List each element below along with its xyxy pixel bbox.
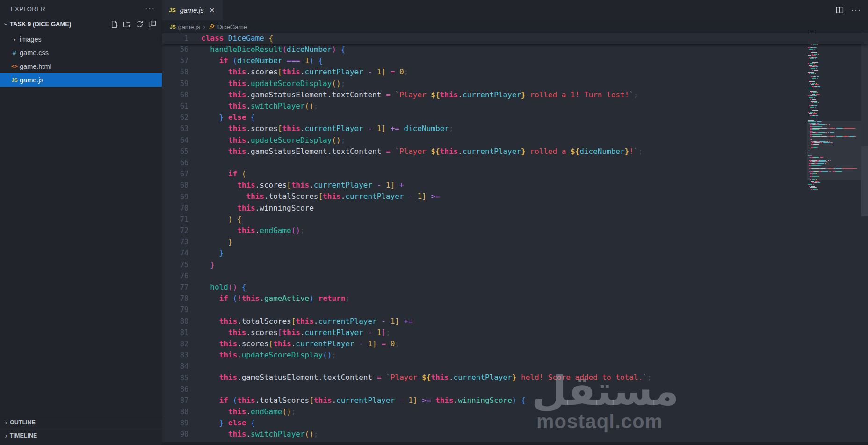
code-line[interactable]: 59 this.updateScoreDisplay(); bbox=[162, 78, 868, 89]
line-number[interactable]: 70 bbox=[162, 204, 188, 212]
line-number[interactable]: 77 bbox=[162, 283, 188, 292]
code-line[interactable]: 71 ) { bbox=[162, 214, 868, 225]
sidebar-item-game-css[interactable]: #game.css bbox=[0, 46, 162, 59]
code-line[interactable]: 70 this.winningScore bbox=[162, 203, 868, 214]
sidebar-item-outline[interactable]: › OUTLINE bbox=[0, 416, 162, 429]
line-number[interactable]: 56 bbox=[162, 45, 188, 54]
code-line[interactable]: 60 this.gameStatusElement.textContent = … bbox=[162, 89, 868, 101]
code-line[interactable]: 57 if (diceNumber === 1) { bbox=[162, 55, 868, 66]
minimap-viewport[interactable] bbox=[807, 121, 861, 180]
line-number[interactable]: 68 bbox=[162, 181, 188, 190]
line-number[interactable]: 85 bbox=[162, 374, 188, 382]
code-text: } bbox=[201, 259, 215, 270]
code-line[interactable]: 68 this.scores[this.currentPlayer - 1] + bbox=[162, 180, 868, 191]
line-number[interactable]: 83 bbox=[162, 351, 188, 359]
line-number[interactable]: 82 bbox=[162, 340, 188, 348]
line-number[interactable]: 75 bbox=[162, 261, 188, 269]
line-number[interactable]: 71 bbox=[162, 215, 188, 224]
code-line[interactable]: 88 this.endGame(); bbox=[162, 406, 868, 417]
line-number[interactable]: 87 bbox=[162, 396, 188, 405]
code-line[interactable]: 65 this.gameStatusElement.textContent = … bbox=[162, 146, 868, 157]
breadcrumb-symbol[interactable]: DiceGame bbox=[208, 23, 247, 30]
code-line[interactable]: 74 } bbox=[162, 248, 868, 259]
line-number[interactable]: 1 bbox=[162, 34, 188, 43]
code-line[interactable]: 77 hold() { bbox=[162, 282, 868, 293]
line-number[interactable]: 67 bbox=[162, 170, 188, 178]
line-number[interactable]: 89 bbox=[162, 419, 188, 427]
line-number[interactable]: 65 bbox=[162, 147, 188, 156]
code-line[interactable]: 80 this.totalScores[this.currentPlayer -… bbox=[162, 316, 868, 327]
code-line[interactable]: 90 this.switchPlayer(); bbox=[162, 429, 868, 440]
line-number[interactable]: 79 bbox=[162, 306, 188, 314]
js-icon: JS bbox=[170, 24, 176, 29]
code-line[interactable]: 86 bbox=[162, 384, 868, 395]
code-line[interactable]: 87 if (this.totalScores[this.currentPlay… bbox=[162, 395, 868, 406]
code-text: this.switchPlayer(); bbox=[201, 101, 318, 112]
code-line[interactable]: 75 } bbox=[162, 259, 868, 270]
line-number[interactable]: 58 bbox=[162, 68, 188, 76]
code-line[interactable]: 58 this.scores[this.currentPlayer - 1] =… bbox=[162, 66, 868, 78]
line-number[interactable]: 63 bbox=[162, 124, 188, 133]
code-line[interactable]: 83 this.updateScoreDisplay(); bbox=[162, 350, 868, 361]
code-text: this.gameStatusElement.textContent = `Pl… bbox=[201, 89, 638, 101]
code-line[interactable]: 78 if (!this.gameActive) return; bbox=[162, 293, 868, 304]
new-folder-icon[interactable] bbox=[123, 20, 131, 28]
code-line[interactable]: 76 bbox=[162, 270, 868, 282]
line-number[interactable]: 78 bbox=[162, 294, 188, 303]
line-number[interactable]: 61 bbox=[162, 102, 188, 110]
line-number[interactable]: 62 bbox=[162, 113, 188, 122]
refresh-icon[interactable] bbox=[136, 20, 144, 28]
line-number[interactable]: 74 bbox=[162, 249, 188, 257]
line-number[interactable]: 84 bbox=[162, 362, 188, 371]
line-number[interactable]: 59 bbox=[162, 80, 188, 88]
code-line[interactable]: 69 this.totalScores[this.currentPlayer -… bbox=[162, 191, 868, 202]
scrollbar-slider[interactable] bbox=[861, 146, 868, 216]
code-line[interactable]: 1class DiceGame { bbox=[162, 33, 868, 44]
ellipsis-icon[interactable]: ··· bbox=[145, 5, 155, 13]
line-number[interactable]: 69 bbox=[162, 193, 188, 201]
code-line[interactable]: 84 bbox=[162, 361, 868, 372]
code-line[interactable]: 79 bbox=[162, 304, 868, 315]
code-line[interactable]: 67 if ( bbox=[162, 168, 868, 180]
code-line[interactable]: 82 this.scores[this.currentPlayer - 1] =… bbox=[162, 338, 868, 350]
line-number[interactable]: 57 bbox=[162, 57, 188, 65]
line-number[interactable]: 80 bbox=[162, 317, 188, 326]
collapse-all-icon[interactable] bbox=[148, 20, 156, 28]
code-line[interactable]: 85 this.gameStatusElement.textContent = … bbox=[162, 372, 868, 383]
line-number[interactable]: 86 bbox=[162, 385, 188, 394]
line-number[interactable]: 88 bbox=[162, 408, 188, 416]
new-file-icon[interactable] bbox=[110, 20, 118, 28]
code-line[interactable]: 73 } bbox=[162, 236, 868, 248]
code-area[interactable]: 56 handleDiceResult(diceNumber) {57 if (… bbox=[162, 44, 868, 445]
code-line[interactable]: 56 handleDiceResult(diceNumber) { bbox=[162, 44, 868, 55]
line-number[interactable]: 73 bbox=[162, 238, 188, 246]
minimap[interactable] bbox=[807, 0, 858, 445]
scrollbar-track[interactable] bbox=[861, 33, 868, 146]
code-text: this.totalScores[this.currentPlayer - 1]… bbox=[201, 316, 413, 327]
sidebar-item-timeline[interactable]: › TIMELINE bbox=[0, 429, 162, 442]
code-line[interactable]: 61 this.switchPlayer(); bbox=[162, 101, 868, 112]
line-number[interactable]: 72 bbox=[162, 226, 188, 235]
sidebar-item-game-js[interactable]: JSgame.js bbox=[0, 73, 162, 87]
close-icon[interactable]: ✕ bbox=[208, 6, 216, 15]
code-line[interactable]: 62 } else { bbox=[162, 112, 868, 123]
code-line[interactable]: 72 this.endGame(); bbox=[162, 225, 868, 236]
code-line[interactable]: 63 this.scores[this.currentPlayer - 1] +… bbox=[162, 123, 868, 134]
code-line[interactable]: 64 this.updateScoreDisplay(); bbox=[162, 135, 868, 146]
line-number[interactable]: 81 bbox=[162, 328, 188, 337]
code-line[interactable]: 81 this.scores[this.currentPlayer - 1]; bbox=[162, 327, 868, 338]
line-number[interactable]: 76 bbox=[162, 272, 188, 280]
code-line[interactable]: 89 } else { bbox=[162, 417, 868, 429]
sidebar-item-game-html[interactable]: <>game.html bbox=[0, 59, 162, 73]
file-tree: ›images#game.css<>game.htmlJSgame.js bbox=[0, 32, 162, 87]
line-number[interactable]: 66 bbox=[162, 159, 188, 167]
line-number[interactable]: 64 bbox=[162, 136, 188, 145]
line-number[interactable]: 60 bbox=[162, 91, 188, 99]
sticky-scroll-line[interactable]: 1class DiceGame { bbox=[162, 33, 868, 44]
line-number[interactable]: 90 bbox=[162, 430, 188, 438]
folder-section-header[interactable]: › TASK 9 (DICE GAME) bbox=[0, 18, 162, 30]
breadcrumb-file[interactable]: JS game.js bbox=[170, 23, 200, 30]
code-line[interactable]: 66 bbox=[162, 157, 868, 168]
sidebar-item-images[interactable]: ›images bbox=[0, 32, 162, 46]
tab-game-js[interactable]: JS game.js ✕ bbox=[162, 0, 223, 20]
